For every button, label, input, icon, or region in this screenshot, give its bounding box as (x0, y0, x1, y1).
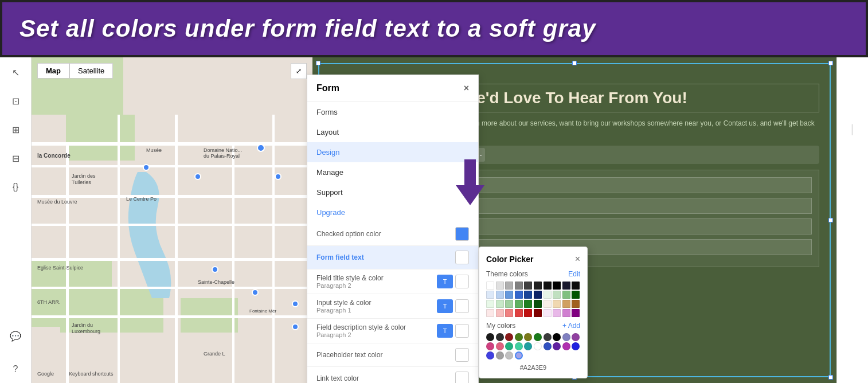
nav-design[interactable]: Design (307, 142, 478, 162)
nav-upgrade[interactable]: Upgrade (307, 202, 478, 222)
theme-color-cell[interactable] (524, 282, 532, 290)
theme-color-cell[interactable] (496, 291, 504, 299)
my-color-cell[interactable] (505, 342, 513, 350)
nav-manage[interactable]: Manage (307, 162, 478, 182)
arrow-svg (456, 159, 484, 205)
theme-color-cell[interactable] (572, 282, 580, 290)
my-color-cell[interactable] (505, 351, 513, 359)
checked-option-swatch[interactable] (455, 227, 469, 241)
my-color-cell[interactable] (534, 342, 542, 350)
form-panel-close-button[interactable]: × (464, 83, 469, 93)
my-color-cell[interactable] (505, 333, 513, 341)
input-style-controls: T (437, 299, 469, 313)
my-color-cell[interactable] (524, 333, 532, 341)
sidebar-icon-table[interactable]: ⊟ (6, 149, 25, 167)
field-description-text-btn[interactable]: T (437, 324, 453, 338)
svg-rect-6 (32, 142, 312, 146)
theme-color-cell[interactable] (553, 309, 561, 317)
link-text-swatch[interactable] (455, 372, 469, 383)
my-color-cell[interactable] (496, 333, 504, 341)
theme-color-cell[interactable] (505, 291, 513, 299)
theme-color-cell[interactable] (515, 282, 523, 290)
theme-color-cell[interactable] (572, 300, 580, 308)
theme-color-cell[interactable] (562, 309, 570, 317)
my-color-cell[interactable] (553, 333, 561, 341)
nav-support[interactable]: Support (307, 182, 478, 202)
theme-color-cell[interactable] (515, 309, 523, 317)
theme-color-cell[interactable] (544, 300, 552, 308)
svg-text:6TH ARR.: 6TH ARR. (37, 299, 61, 305)
theme-color-cell[interactable] (486, 291, 494, 299)
checked-option-label: Checked option color (316, 230, 381, 238)
my-color-cell[interactable] (572, 333, 580, 341)
sidebar-icon-cursor[interactable]: ↖ (6, 63, 25, 81)
theme-color-cell[interactable] (496, 282, 504, 290)
my-color-cell[interactable] (486, 351, 494, 359)
sidebar-icon-image[interactable]: ⊡ (6, 92, 25, 110)
theme-color-cell[interactable] (524, 300, 532, 308)
theme-color-cell[interactable] (553, 282, 561, 290)
theme-color-cell[interactable] (496, 300, 504, 308)
theme-color-cell[interactable] (515, 291, 523, 299)
theme-color-cell[interactable] (534, 282, 542, 290)
my-color-cell[interactable] (562, 342, 570, 350)
my-color-cell[interactable] (515, 342, 523, 350)
theme-color-cell[interactable] (505, 309, 513, 317)
my-color-cell[interactable] (515, 351, 523, 359)
theme-color-cell[interactable] (486, 309, 494, 317)
my-color-cell[interactable] (544, 333, 552, 341)
my-color-cell[interactable] (534, 333, 542, 341)
field-title-swatch[interactable] (455, 275, 469, 288)
my-color-cell[interactable] (524, 342, 532, 350)
theme-color-cell[interactable] (505, 300, 513, 308)
field-description-swatch[interactable] (455, 324, 469, 338)
sidebar-icon-chat[interactable]: 💬 (6, 327, 25, 345)
my-color-cell[interactable] (544, 342, 552, 350)
sidebar-icon-help[interactable]: ? (6, 360, 25, 378)
theme-color-cell[interactable] (505, 282, 513, 290)
theme-color-cell[interactable] (515, 300, 523, 308)
sidebar-icon-code[interactable]: {} (6, 178, 25, 196)
my-color-cell[interactable] (486, 333, 494, 341)
field-description-sub: Paragraph 2 (316, 331, 406, 338)
my-colors-add-link[interactable]: + Add (562, 322, 580, 330)
theme-color-cell[interactable] (486, 282, 494, 290)
my-color-cell[interactable] (515, 333, 523, 341)
theme-color-cell[interactable] (553, 300, 561, 308)
theme-color-cell[interactable] (544, 309, 552, 317)
sidebar-icon-apps[interactable]: ⊞ (6, 120, 25, 139)
theme-color-cell[interactable] (562, 300, 570, 308)
map-tab-satellite[interactable]: Satellite (69, 63, 113, 79)
theme-color-cell[interactable] (534, 291, 542, 299)
form-field-text-swatch[interactable] (455, 251, 469, 264)
theme-color-cell[interactable] (544, 282, 552, 290)
placeholder-swatch[interactable] (455, 348, 469, 362)
nav-layout[interactable]: Layout (307, 122, 478, 142)
theme-colors-edit-link[interactable]: Edit (568, 270, 580, 278)
my-color-cell[interactable] (486, 342, 494, 350)
my-color-cell[interactable] (562, 333, 570, 341)
map-tab-map[interactable]: Map (37, 63, 69, 79)
input-style-swatch[interactable] (455, 299, 469, 313)
theme-color-cell[interactable] (534, 300, 542, 308)
my-color-cell[interactable] (553, 342, 561, 350)
theme-color-cell[interactable] (572, 309, 580, 317)
theme-color-cell[interactable] (544, 291, 552, 299)
color-picker-close-button[interactable]: × (575, 254, 580, 264)
field-title-text-btn[interactable]: T (437, 275, 453, 288)
theme-color-cell[interactable] (524, 309, 532, 317)
theme-color-cell[interactable] (562, 291, 570, 299)
my-color-cell[interactable] (572, 342, 580, 350)
nav-forms[interactable]: Forms (307, 102, 478, 122)
theme-color-cell[interactable] (496, 309, 504, 317)
theme-color-cell[interactable] (524, 291, 532, 299)
theme-color-cell[interactable] (534, 309, 542, 317)
theme-color-cell[interactable] (572, 291, 580, 299)
input-style-text-btn[interactable]: T (437, 299, 453, 313)
my-color-cell[interactable] (496, 351, 504, 359)
theme-color-cell[interactable] (553, 291, 561, 299)
my-color-cell[interactable] (496, 342, 504, 350)
theme-color-cell[interactable] (562, 282, 570, 290)
map-expand-button[interactable]: ⤢ (291, 63, 307, 79)
theme-color-cell[interactable] (486, 300, 494, 308)
